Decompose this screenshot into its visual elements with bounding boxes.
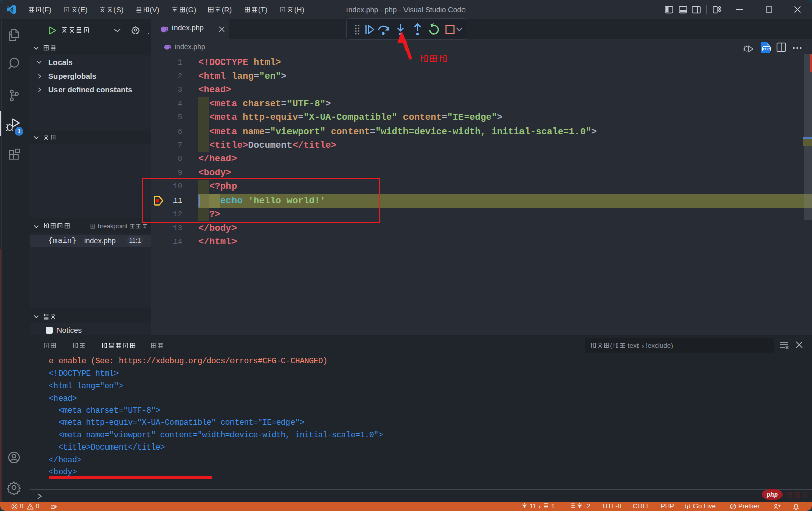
svg-text:php: php bbox=[766, 491, 778, 498]
